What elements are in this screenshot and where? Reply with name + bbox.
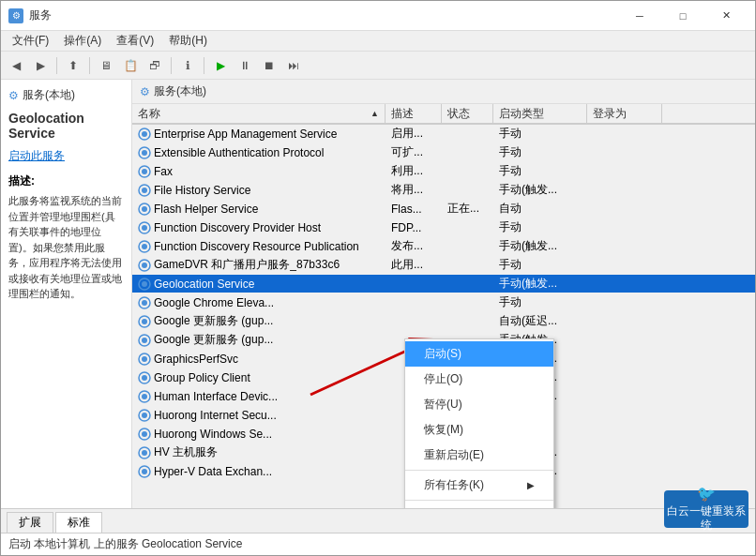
cell-service-name: Huorong Windows Se...: [132, 427, 386, 442]
cell-logon: [587, 377, 662, 379]
cell-logon: [587, 358, 662, 360]
tab-expand[interactable]: 扩展: [7, 512, 53, 533]
cell-desc: Flas...: [386, 202, 442, 217]
cell-service-name: Function Discovery Resource Publication: [132, 239, 386, 254]
menu-help[interactable]: 帮助(H): [161, 31, 215, 51]
left-panel: ⚙ 服务(本地) Geolocation Service 启动此服务 描述: 此…: [1, 80, 132, 508]
cell-service-name: Extensible Authentication Protocol: [132, 145, 386, 160]
cell-status: [442, 152, 493, 154]
cell-startup: 手动(触发...: [493, 237, 587, 255]
table-row[interactable]: GameDVR 和广播用户服务_87b33c6 此用... 手动: [132, 256, 755, 275]
col-header-startup[interactable]: 启动类型: [493, 104, 587, 123]
cell-service-name: Geolocation Service: [132, 277, 386, 292]
cell-desc: [386, 302, 442, 304]
table-row[interactable]: Geolocation Service 手动(触发...: [132, 275, 755, 293]
menu-view[interactable]: 查看(V): [109, 31, 161, 51]
col-header-status[interactable]: 状态: [442, 104, 493, 123]
cell-logon: [587, 452, 662, 454]
table-row[interactable]: Function Discovery Resource Publication …: [132, 237, 755, 256]
pause-button[interactable]: ⏸: [234, 55, 256, 76]
app-icon: ⚙: [8, 8, 23, 23]
main-area: ⚙ 服务(本地) Geolocation Service 启动此服务 描述: 此…: [1, 80, 755, 508]
svg-point-29: [142, 394, 147, 399]
context-menu-item-start[interactable]: 启动(S): [405, 341, 553, 367]
cell-status: [442, 133, 493, 135]
context-menu-item-refresh[interactable]: 刷新(F): [405, 503, 553, 508]
forward-button[interactable]: ▶: [29, 55, 52, 76]
cell-startup: 手动(触发...: [493, 275, 587, 293]
watermark: 🐦 白云一键重装系统: [664, 490, 748, 528]
cell-status: [442, 171, 493, 173]
table-header: 名称 ▲ 描述 状态 启动类型 登录为: [132, 104, 755, 125]
cell-logon: [587, 414, 662, 416]
col-header-name[interactable]: 名称 ▲: [132, 104, 386, 123]
menu-file[interactable]: 文件(F): [5, 31, 56, 51]
table-row[interactable]: Function Discovery Provider Host FDP... …: [132, 218, 755, 237]
context-menu-item-restart[interactable]: 重新启动(E): [405, 443, 553, 468]
menu-action[interactable]: 操作(A): [56, 31, 109, 51]
show-hide-button2[interactable]: 📋: [119, 55, 142, 76]
cell-logon: [587, 321, 662, 323]
stop-button[interactable]: ⏹: [258, 55, 280, 76]
watermark-text: 白云一键重装系统: [664, 504, 748, 533]
cell-logon: [587, 339, 662, 341]
start-service-link[interactable]: 启动此服务: [8, 148, 124, 164]
col-header-logon[interactable]: 登录为: [587, 104, 662, 123]
cell-logon: [587, 396, 662, 398]
cell-service-name: GraphicsPerfSvc: [132, 352, 386, 367]
table-row[interactable]: Extensible Authentication Protocol 可扩...…: [132, 143, 755, 162]
cell-desc: 此用...: [386, 256, 442, 274]
toolbar-sep-1: [56, 57, 57, 74]
context-menu-item-stop[interactable]: 停止(O): [405, 367, 553, 392]
toolbar-sep-2: [89, 57, 90, 74]
context-menu-item-resume[interactable]: 恢复(M): [405, 417, 553, 443]
title-controls: ─ □ ✕: [618, 1, 748, 31]
table-row[interactable]: File History Service 将用... 手动(触发...: [132, 181, 755, 200]
back-button[interactable]: ◀: [5, 55, 27, 76]
cell-service-name: Human Interface Devic...: [132, 389, 386, 404]
show-hide-button[interactable]: 🖥: [95, 55, 117, 76]
cell-startup: 自动(延迟...: [493, 312, 587, 330]
cell-desc: FDP...: [386, 220, 442, 235]
table-row[interactable]: Fax 利用... 手动: [132, 162, 755, 181]
new-window-button[interactable]: 🗗: [144, 55, 166, 76]
up-button[interactable]: ⬆: [62, 55, 84, 76]
cell-desc: [386, 283, 442, 285]
cell-logon: [587, 133, 662, 135]
table-row[interactable]: Google Chrome Eleva... 手动: [132, 293, 755, 312]
tab-standard[interactable]: 标准: [55, 512, 102, 533]
maximize-button[interactable]: □: [661, 1, 704, 31]
right-panel: ⚙ 服务(本地) 名称 ▲ 描述 状态: [132, 80, 755, 508]
cell-logon: [587, 189, 662, 191]
cell-logon: [587, 227, 662, 229]
context-menu-item-all-tasks[interactable]: 所有任务(K)▶: [405, 473, 553, 498]
svg-point-15: [142, 263, 147, 268]
cell-startup: 手动: [493, 162, 587, 180]
cell-status: [442, 189, 493, 191]
cell-service-name: GameDVR 和广播用户服务_87b33c6: [132, 256, 386, 274]
cell-status: [442, 246, 493, 248]
table-row[interactable]: Google 更新服务 (gup... 自动(延迟...: [132, 312, 755, 331]
cell-startup: 手动: [493, 218, 587, 236]
left-desc-text: 此服务将监视系统的当前位置并管理地理围栏(具有关联事件的地理位置)。如果您禁用此…: [8, 193, 124, 302]
play-button[interactable]: ▶: [209, 55, 232, 76]
cell-service-name: Flash Helper Service: [132, 202, 386, 217]
svg-point-37: [142, 469, 147, 474]
right-panel-header: ⚙ 服务(本地): [132, 80, 755, 104]
cell-status: [442, 302, 493, 304]
restart-button[interactable]: ⏭: [282, 55, 305, 76]
table-row[interactable]: Flash Helper Service Flas... 正在... 自动: [132, 200, 755, 218]
col-header-desc[interactable]: 描述: [386, 104, 442, 123]
left-desc-title: 描述:: [8, 173, 124, 189]
minimize-button[interactable]: ─: [618, 1, 661, 31]
cell-logon: [587, 433, 662, 435]
close-button[interactable]: ✕: [704, 1, 748, 31]
cell-service-name: Group Policy Client: [132, 370, 386, 385]
info-button[interactable]: ℹ: [176, 55, 199, 76]
table-row[interactable]: Enterprise App Management Service 启用... …: [132, 125, 755, 143]
cell-startup: 手动: [493, 256, 587, 274]
svg-point-19: [142, 300, 147, 306]
cell-status: 正在...: [442, 200, 493, 218]
context-menu-item-pause[interactable]: 暂停(U): [405, 392, 553, 417]
context-menu-separator: [405, 500, 553, 501]
